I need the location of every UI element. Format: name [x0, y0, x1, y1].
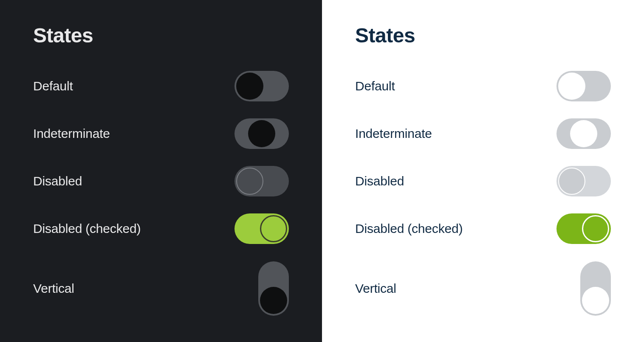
row-default: Default	[355, 71, 611, 101]
row-vertical: Vertical	[355, 261, 611, 316]
dark-theme-panel: States Default Indeterminate Disabled Di…	[0, 0, 322, 342]
toggle-indeterminate[interactable]	[556, 118, 611, 149]
toggle-disabled-checked	[556, 213, 611, 244]
toggle-knob	[582, 215, 609, 242]
toggle-knob	[236, 73, 263, 100]
row-indeterminate: Indeterminate	[33, 118, 289, 149]
label-default: Default	[33, 79, 73, 93]
toggle-disabled-checked	[234, 213, 289, 244]
toggle-knob	[558, 73, 585, 100]
row-indeterminate: Indeterminate	[355, 118, 611, 149]
row-disabled-checked: Disabled (checked)	[33, 213, 289, 244]
toggle-disabled	[556, 166, 611, 196]
row-disabled-checked: Disabled (checked)	[355, 213, 611, 244]
section-heading: States	[355, 24, 611, 47]
toggle-indeterminate[interactable]	[234, 118, 289, 149]
label-disabled-checked: Disabled (checked)	[33, 221, 141, 236]
label-indeterminate: Indeterminate	[355, 126, 432, 141]
toggle-knob	[570, 120, 597, 147]
row-disabled: Disabled	[355, 166, 611, 196]
label-indeterminate: Indeterminate	[33, 126, 110, 141]
toggle-knob	[260, 215, 287, 242]
toggle-default[interactable]	[556, 71, 611, 101]
toggle-knob	[558, 168, 585, 195]
light-theme-panel: States Default Indeterminate Disabled Di…	[322, 0, 644, 342]
label-disabled: Disabled	[355, 174, 404, 188]
label-disabled: Disabled	[33, 174, 82, 188]
toggle-knob	[260, 287, 287, 314]
label-disabled-checked: Disabled (checked)	[355, 221, 463, 236]
label-vertical: Vertical	[355, 281, 396, 296]
row-default: Default	[33, 71, 289, 101]
toggle-default[interactable]	[234, 71, 289, 101]
toggle-knob	[582, 287, 609, 314]
toggle-vertical[interactable]	[580, 261, 611, 316]
row-disabled: Disabled	[33, 166, 289, 196]
toggle-knob	[236, 168, 263, 195]
toggle-disabled	[234, 166, 289, 196]
label-vertical: Vertical	[33, 281, 74, 296]
label-default: Default	[355, 79, 395, 93]
row-vertical: Vertical	[33, 261, 289, 316]
toggle-knob	[248, 120, 275, 147]
toggle-vertical[interactable]	[258, 261, 289, 316]
section-heading: States	[33, 24, 289, 47]
